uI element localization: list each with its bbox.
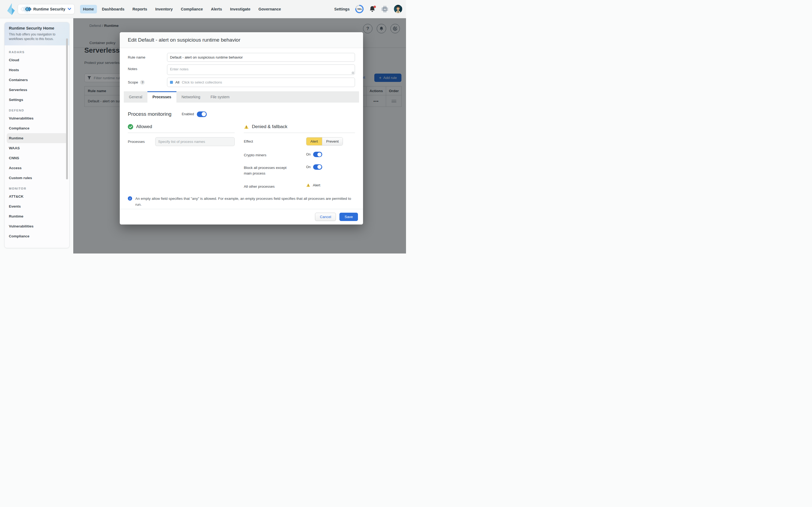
product-switcher-label: Runtime Security <box>33 7 65 11</box>
process-monitoring-toggle[interactable] <box>197 111 207 117</box>
allowed-processes-input[interactable] <box>155 137 235 146</box>
ai-copilot-icon[interactable]: AI <box>381 6 388 13</box>
sidebar-item-access[interactable]: Access <box>5 163 69 173</box>
effect-option-prevent[interactable]: Prevent <box>322 137 343 145</box>
crypto-miners-toggle[interactable] <box>313 152 322 157</box>
scope-select[interactable]: All Click to select collections <box>167 77 355 87</box>
usage-progress-ring[interactable]: 78% <box>355 5 363 13</box>
sidebar-description: This hub offers you navigation to workfl… <box>9 32 60 41</box>
sidebar-item-custom-rules[interactable]: Custom rules <box>5 173 69 183</box>
sidebar-section-defend: DEFEND <box>9 109 65 112</box>
notification-badge <box>373 6 376 8</box>
denied-section-title: Denied & fallback <box>252 124 287 129</box>
sidebar-item-hosts[interactable]: Hosts <box>5 65 69 75</box>
nav-item-home[interactable]: Home <box>80 5 97 13</box>
chevron-down-icon <box>68 8 71 10</box>
nav-item-inventory[interactable]: Inventory <box>152 5 176 13</box>
tab-file-system[interactable]: File system <box>206 91 235 103</box>
scope-placeholder: Click to select collections <box>182 80 222 84</box>
notifications-bell-icon[interactable] <box>369 6 375 13</box>
sidebar-scrollbar[interactable] <box>66 39 68 179</box>
edit-rule-modal: Edit Default - alert on suspicious runti… <box>120 32 363 225</box>
sidebar-item-events[interactable]: Events <box>5 202 69 211</box>
notes-textarea[interactable] <box>167 64 355 75</box>
fallback-warning-icon <box>306 183 310 187</box>
fallback-value: Alert <box>313 183 321 187</box>
cancel-button[interactable]: Cancel <box>315 213 336 221</box>
sidebar-item-runtime-active[interactable]: Runtime <box>7 133 67 143</box>
main-nav: Home Dashboards Reports Inventory Compli… <box>80 5 284 13</box>
notes-label: Notes <box>128 64 167 71</box>
block-all-processes-label: Block all processes except main process <box>244 164 306 176</box>
sidebar-section-radars: RADARS <box>9 51 65 54</box>
allow-field-note: An empty allow field specifies that "any… <box>135 196 355 207</box>
user-avatar[interactable] <box>394 5 402 13</box>
settings-link[interactable]: Settings <box>334 7 350 11</box>
sidebar-item-attck[interactable]: ATT&CK <box>5 191 69 202</box>
allowed-processes-label: Processes <box>128 137 155 146</box>
crypto-miners-state: On <box>306 153 311 156</box>
sidebar-item-waas[interactable]: WAAS <box>5 143 69 153</box>
info-icon: i <box>128 196 132 201</box>
top-header: Runtime Security Home Dashboards Reports… <box>0 0 406 18</box>
sidebar-nav-list: RADARS Cloud Hosts Containers Serverless… <box>5 45 69 241</box>
allowed-section-title: Allowed <box>136 124 152 129</box>
modal-title: Edit Default - alert on suspicious runti… <box>120 32 363 48</box>
nav-item-dashboards[interactable]: Dashboards <box>99 5 127 13</box>
sidebar-item-cnns[interactable]: CNNS <box>5 153 69 163</box>
nav-item-investigate[interactable]: Investigate <box>227 5 253 13</box>
product-switcher[interactable]: Runtime Security <box>18 4 75 14</box>
collection-chip-icon <box>170 81 173 84</box>
usage-percent-label: 78% <box>357 8 362 10</box>
nav-item-reports[interactable]: Reports <box>129 5 150 13</box>
svg-text:AI: AI <box>384 8 386 11</box>
scope-label: Scope <box>128 80 138 84</box>
block-all-processes-toggle[interactable] <box>313 164 322 170</box>
sidebar-card: Runtime Security Home This hub offers yo… <box>4 22 69 248</box>
tab-general[interactable]: General <box>124 91 148 103</box>
scope-value: All <box>175 80 179 84</box>
effect-label: Effect <box>244 137 306 145</box>
process-monitoring-title: Process monitoring <box>128 111 172 117</box>
sidebar-item-compliance-monitor[interactable]: Compliance <box>5 231 69 241</box>
sidebar-item-settings[interactable]: Settings <box>5 95 69 105</box>
prisma-cloud-logo-icon <box>6 3 15 15</box>
sidebar-item-serverless[interactable]: Serverless <box>5 85 69 95</box>
rule-name-label: Rule name <box>128 53 167 59</box>
sidebar-title: Runtime Security Home <box>9 26 65 30</box>
save-button[interactable]: Save <box>339 213 358 221</box>
nav-item-governance[interactable]: Governance <box>255 5 284 13</box>
modal-tabs: General Processes Networking File system <box>124 91 359 103</box>
denied-warning-icon <box>244 125 249 129</box>
nav-item-alerts[interactable]: Alerts <box>208 5 225 13</box>
sidebar-item-containers[interactable]: Containers <box>5 75 69 85</box>
effect-option-alert[interactable]: Alert <box>306 137 322 145</box>
sidebar-item-cloud[interactable]: Cloud <box>5 55 69 65</box>
sidebar-item-vulnerabilities-monitor[interactable]: Vulnerabilities <box>5 221 69 231</box>
enabled-label: Enabled <box>182 112 194 116</box>
crypto-miners-label: Crypto miners <box>244 151 306 158</box>
effect-segmented-control: Alert Prevent <box>306 137 343 146</box>
tab-networking[interactable]: Networking <box>176 91 206 103</box>
nav-item-compliance[interactable]: Compliance <box>178 5 206 13</box>
scope-help-icon[interactable]: ? <box>140 80 145 84</box>
sidebar-section-monitor: MONITOR <box>9 187 65 190</box>
sidebar-item-runtime-monitor[interactable]: Runtime <box>5 211 69 221</box>
tab-processes[interactable]: Processes <box>148 91 176 103</box>
rule-name-input[interactable] <box>167 53 355 62</box>
sidebar: Runtime Security Home This hub offers yo… <box>0 18 73 253</box>
sidebar-item-compliance[interactable]: Compliance <box>5 123 69 133</box>
block-all-processes-state: On <box>306 165 311 169</box>
sidebar-item-vulnerabilities[interactable]: Vulnerabilities <box>5 113 69 123</box>
allowed-check-icon <box>128 124 133 129</box>
product-diamonds-icon <box>21 7 31 11</box>
all-other-processes-label: All other processes <box>244 182 306 189</box>
sidebar-header: Runtime Security Home This hub offers yo… <box>5 22 69 45</box>
textarea-resize-handle[interactable] <box>352 72 354 74</box>
